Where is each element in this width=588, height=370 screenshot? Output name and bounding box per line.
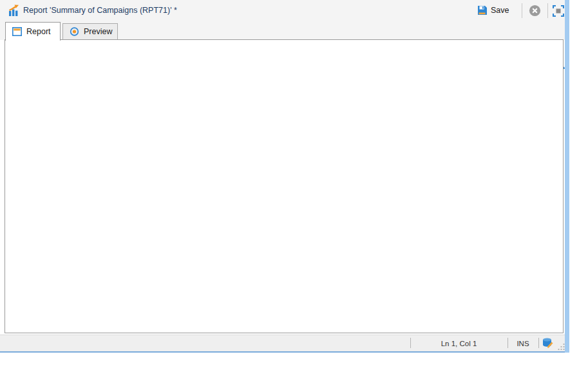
save-button[interactable]: Save [474, 3, 512, 18]
save-label: Save [491, 6, 509, 15]
toolbar-separator [522, 3, 522, 18]
eye-icon [70, 27, 79, 36]
cursor-position-status: Ln 1, Col 1 [410, 340, 507, 347]
close-button[interactable] [527, 3, 542, 18]
fullscreen-icon [553, 5, 564, 17]
save-floppy-icon [477, 5, 488, 16]
close-circle-icon [529, 5, 541, 17]
window-icon [12, 27, 22, 36]
fullscreen-button[interactable] [551, 3, 566, 18]
report-chart-icon [8, 5, 20, 17]
tab-report-label: Report [26, 27, 51, 36]
window-title: Report 'Summary of Campaigns (RPT71)' * [23, 6, 177, 15]
window-bottom-edge [0, 351, 569, 353]
tab-preview[interactable]: Preview [62, 23, 118, 40]
app-window: Report 'Summary of Campaigns (RPT71)' * … [0, 0, 569, 353]
tab-preview-label: Preview [84, 27, 112, 36]
toolbar-separator [547, 3, 548, 18]
insert-mode-status: INS [507, 340, 538, 347]
screenshot-stage: Report 'Summary of Campaigns (RPT71)' * … [0, 0, 588, 370]
title-bar: Report 'Summary of Campaigns (RPT71)' * … [0, 0, 569, 21]
window-scrollbar-edge[interactable] [565, 0, 569, 353]
database-pencil-icon[interactable] [542, 337, 554, 349]
tab-report[interactable]: Report [5, 22, 61, 41]
statusbar-separator [538, 338, 539, 348]
report-panel [5, 39, 564, 333]
